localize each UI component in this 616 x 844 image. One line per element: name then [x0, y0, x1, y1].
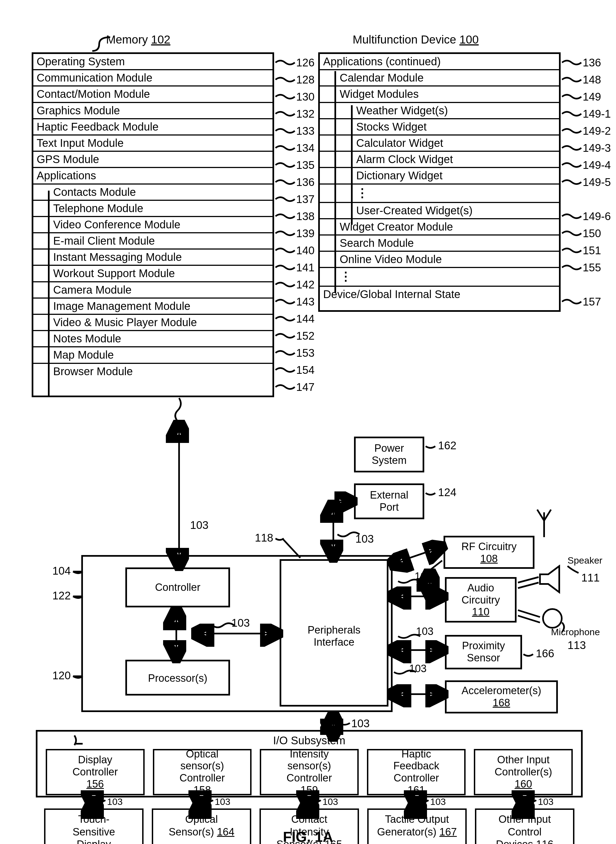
memory-row-ref: 139: [296, 227, 315, 240]
svg-point-2: [543, 609, 562, 628]
io-block: HapticFeedbackController161: [367, 749, 466, 795]
memory-row-ref: 128: [296, 73, 315, 86]
svg-text:103: 103: [430, 796, 446, 807]
device-row: ⋮: [320, 268, 559, 286]
svg-text:103: 103: [190, 519, 208, 531]
memory-row: Graphics Module: [33, 103, 273, 119]
memory-row: Instant Messaging Module: [33, 249, 273, 266]
device-label: Multifunction Device 100: [353, 33, 479, 46]
device-row-ref: 149-4: [583, 159, 611, 171]
processor-box: Processor(s): [125, 660, 230, 696]
svg-line-11: [390, 547, 442, 565]
memory-row-ref: 153: [296, 347, 315, 359]
memory-row-ref: 132: [296, 108, 315, 120]
device-row-ref: 149-1: [583, 108, 611, 120]
memory-bracket-icon: [91, 34, 113, 54]
memory-row-ref: 133: [296, 125, 315, 137]
device-row: Applications (continued): [320, 54, 559, 70]
power-ref: 162: [438, 440, 456, 452]
memory-row: Video & Music Player Module: [33, 315, 273, 331]
memory-row: Communication Module: [33, 70, 273, 86]
device-row: Alarm Clock Widget: [320, 152, 559, 168]
io-block: Intensitysensor(s)Controller159: [260, 749, 359, 795]
antenna-icon: [534, 507, 554, 537]
device-row-ref: 148: [583, 73, 601, 86]
device-row-ref: 149-5: [583, 176, 611, 188]
device-row: Weather Widget(s): [320, 103, 559, 119]
svg-text:103: 103: [107, 796, 123, 807]
svg-text:103: 103: [355, 533, 374, 545]
memory-row-ref: 135: [296, 159, 315, 171]
speaker-icon: [538, 565, 572, 595]
memory-row: Browser Module: [33, 364, 273, 379]
device-row-ref: 149: [583, 91, 601, 103]
memory-row: Applications: [33, 168, 273, 184]
memory-row: Text Input Module: [33, 136, 273, 152]
device-row: Search Module: [320, 236, 559, 252]
controller-ref-122: 122: [52, 589, 71, 602]
memory-row: Contacts Module: [33, 185, 273, 201]
svg-marker-1: [540, 566, 559, 592]
speaker-ref: 111: [581, 571, 600, 584]
memory-row: Map Module: [33, 347, 273, 363]
device-row-ref: 149-2: [583, 125, 611, 137]
memory-row: Image Management Module: [33, 299, 273, 315]
memory-row: Operating System: [33, 54, 273, 70]
audio-circuitry-box: AudioCircuitry110: [445, 577, 516, 623]
controller-box: Controller: [125, 567, 230, 607]
memory-row: Telephone Module: [33, 201, 273, 217]
device-row: Online Video Module: [320, 252, 559, 268]
device-row: Device/Global Internal State: [320, 287, 559, 302]
svg-text:103: 103: [538, 796, 554, 807]
mic-label: Microphone: [551, 627, 600, 637]
svg-text:103: 103: [215, 796, 230, 807]
memory-row-ref: 137: [296, 193, 315, 205]
proximity-sensor-box: ProximitySensor: [445, 635, 522, 670]
memory-row: Haptic Feedback Module: [33, 119, 273, 136]
memory-row: Workout Support Module: [33, 266, 273, 282]
peripherals-ref: 118: [255, 532, 273, 544]
device-table: Applications (continued)Calendar ModuleW…: [318, 52, 560, 312]
memory-row-ref: 140: [296, 244, 315, 257]
svg-line-22: [518, 583, 538, 588]
memory-row-ref: 154: [296, 364, 315, 376]
memory-row: Video Conference Module: [33, 217, 273, 233]
device-row-ref: 149-6: [583, 210, 611, 223]
device-row: Stocks Widget: [320, 119, 559, 136]
io-block: Opticalsensor(s)Controller158: [153, 749, 252, 795]
accelerometer-box: Accelerometer(s)168: [445, 680, 558, 714]
memory-label: Memory 102: [106, 33, 170, 46]
memory-row-ref: 126: [296, 56, 315, 69]
memory-row-ref: 147: [296, 381, 315, 393]
memory-row-ref: 136: [296, 176, 315, 188]
memory-row: GPS Module: [33, 152, 273, 168]
peripherals-interface-box: PeripheralsInterface: [280, 559, 389, 706]
device-row: Dictionary Widget: [320, 168, 559, 184]
device-row-ref: 157: [583, 296, 601, 308]
device-row: Calculator Widget: [320, 136, 559, 152]
device-row-ref: 151: [583, 244, 601, 257]
svg-text:103: 103: [415, 570, 432, 582]
device-row-ref: 150: [583, 227, 601, 240]
memory-row-ref: 144: [296, 313, 315, 325]
device-row: Widget Creator Module: [320, 219, 559, 236]
memory-row-ref: 141: [296, 261, 315, 274]
device-row: User-Created Widget(s): [320, 203, 559, 219]
extport-ref: 124: [438, 486, 456, 498]
svg-text:103: 103: [409, 663, 427, 674]
device-row: ⋮: [320, 185, 559, 203]
figure-caption: FIG. 1A: [0, 829, 616, 844]
device-row: Widget Modules: [320, 86, 559, 103]
svg-text:103: 103: [323, 796, 338, 807]
svg-text:103: 103: [416, 626, 433, 637]
svg-line-24: [518, 615, 540, 623]
device-row-ref: 136: [583, 56, 601, 69]
memory-row-ref: 143: [296, 296, 315, 308]
memory-row-ref: 142: [296, 278, 315, 291]
device-row-ref: 149-3: [583, 142, 611, 154]
io-subsystem-box: I/O Subsystem DisplayController156Optica…: [36, 730, 583, 797]
io-title: I/O Subsystem: [37, 732, 581, 749]
microphone-icon: [541, 607, 563, 629]
memory-row: E-mail Client Module: [33, 233, 273, 249]
svg-line-21: [518, 577, 538, 583]
